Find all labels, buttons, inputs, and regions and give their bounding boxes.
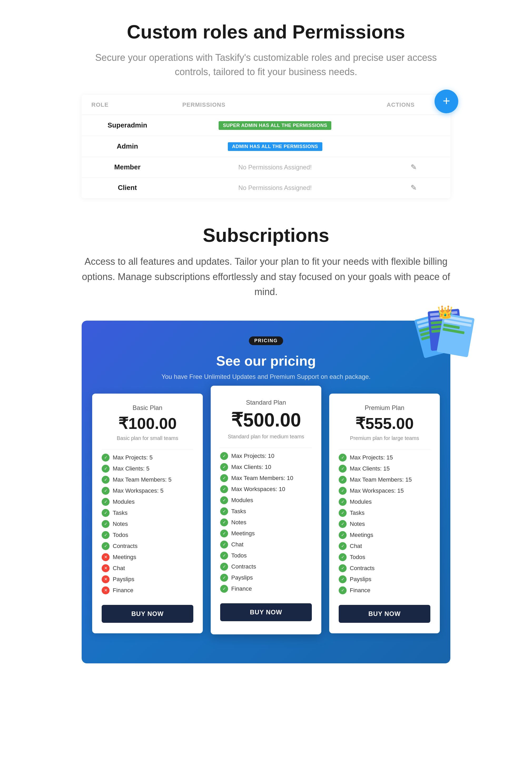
plan-price: ₹100.00 [102,414,193,433]
feature-label: Tasks [350,509,365,516]
no-permission-text: No Permissions Assigned! [238,184,312,191]
no-permission-text: No Permissions Assigned! [238,164,312,171]
check-icon: ✓ [220,518,228,526]
feature-item: ✓Notes [339,520,430,528]
role-permission: No Permissions Assigned! [173,178,377,198]
check-icon: ✓ [220,496,228,504]
permission-badge: ADMIN HAS ALL THE PERMISSIONS [228,142,322,151]
check-icon: ✓ [102,454,109,462]
feature-item: ✓Meetings [220,529,312,537]
check-icon: ✓ [220,474,228,482]
edit-icon[interactable]: ✎ [411,184,417,192]
crown-card-3 [437,313,474,357]
subscriptions-title: Subscriptions [53,225,479,246]
check-icon: ✓ [102,542,109,550]
pricing-panel: PRICING See our pricing You have Free Un… [82,321,450,664]
feature-label: Notes [113,520,128,527]
feature-label: Modules [231,497,253,504]
feature-label: Max Clients: 15 [350,465,390,472]
check-icon: ✓ [339,564,347,572]
plan-card-2: Standard Plan₹500.00Standard plan for me… [211,386,321,634]
crown-cards: 👑 [419,305,471,357]
roles-section: Custom roles and Permissions Secure your… [53,21,479,198]
feature-label: Chat [113,565,125,572]
role-actions[interactable]: ✎ [377,157,450,178]
check-icon: ✓ [220,529,228,537]
feature-item: ✕Meetings [102,553,193,561]
crown-icon: 👑 [437,305,453,319]
cross-icon: ✕ [102,575,109,583]
feature-label: Max Projects: 5 [113,454,153,461]
feature-item: ✓Max Team Members: 15 [339,476,430,484]
add-role-button[interactable]: + [435,90,458,113]
role-actions [377,115,450,136]
buy-now-button[interactable]: BUY NOW [339,605,430,623]
feature-label: Meetings [350,532,373,538]
pricing-tag: PRICING [249,336,283,345]
feature-item: ✓Modules [220,496,312,504]
feature-item: ✕Chat [102,564,193,572]
check-icon: ✓ [102,465,109,473]
feature-label: Tasks [231,508,246,515]
page-wrapper: Custom roles and Permissions Secure your… [0,0,532,684]
check-icon: ✓ [339,498,347,506]
plan-price: ₹555.00 [339,414,430,433]
check-icon: ✓ [220,552,228,560]
role-permission: SUPER ADMIN HAS ALL THE PERMISSIONS [173,115,377,136]
cross-icon: ✕ [102,564,109,572]
plan-features-list: ✓Max Projects: 15✓Max Clients: 15✓Max Te… [339,454,430,594]
feature-label: Todos [350,554,365,561]
feature-label: Contracts [231,563,256,570]
subscriptions-section: Subscriptions Access to all features and… [53,225,479,664]
feature-label: Max Team Members: 10 [231,475,293,481]
feature-label: Todos [231,552,247,559]
feature-label: Finance [350,587,370,594]
check-icon: ✓ [339,476,347,484]
feature-item: ✕Payslips [102,575,193,583]
role-permission: No Permissions Assigned! [173,157,377,178]
feature-label: Max Clients: 5 [113,465,149,472]
check-icon: ✓ [339,553,347,561]
check-icon: ✓ [102,487,109,495]
feature-item: ✓Finance [220,585,312,593]
plans-row: Basic Plan₹100.00Basic plan for small te… [92,394,440,642]
feature-item: ✓Chat [339,542,430,550]
check-icon: ✓ [220,463,228,471]
feature-item: ✓Notes [102,520,193,528]
edit-icon[interactable]: ✎ [411,163,417,171]
role-permission: ADMIN HAS ALL THE PERMISSIONS [173,136,377,157]
buy-now-button[interactable]: BUY NOW [102,605,193,623]
check-icon: ✓ [339,575,347,583]
check-icon: ✓ [102,520,109,528]
feature-label: Payslips [231,574,253,581]
feature-label: Max Clients: 10 [231,464,271,471]
feature-item: ✓Todos [339,553,430,561]
feature-label: Modules [350,498,372,505]
feature-item: ✓Tasks [339,509,430,517]
feature-item: ✓Max Clients: 5 [102,465,193,473]
feature-item: ✓Max Clients: 15 [339,465,430,473]
feature-item: ✓Max Projects: 10 [220,452,312,460]
check-icon: ✓ [339,531,347,539]
panel-container: Super Admin Panel + ROLE PERMISSIONS ACT… [82,95,450,198]
check-icon: ✓ [102,509,109,517]
check-icon: ✓ [220,507,228,515]
plan-card-3: Premium Plan₹555.00Premium plan for larg… [329,394,440,633]
role-actions[interactable]: ✎ [377,178,450,198]
feature-label: Finance [231,585,252,592]
feature-label: Meetings [113,554,136,561]
buy-now-button[interactable]: BUY NOW [220,603,312,621]
check-icon: ✓ [339,520,347,528]
feature-item: ✓Finance [339,586,430,594]
check-icon: ✓ [220,563,228,571]
plan-features-list: ✓Max Projects: 10✓Max Clients: 10✓Max Te… [220,452,312,593]
feature-item: ✓Todos [102,531,193,539]
check-icon: ✓ [220,485,228,493]
check-icon: ✓ [339,542,347,550]
feature-label: Modules [113,498,134,505]
check-icon: ✓ [339,487,347,495]
feature-label: Tasks [113,509,127,516]
plan-card-1: Basic Plan₹100.00Basic plan for small te… [92,394,203,633]
feature-item: ✓Meetings [339,531,430,539]
feature-item: ✓Max Projects: 15 [339,454,430,462]
